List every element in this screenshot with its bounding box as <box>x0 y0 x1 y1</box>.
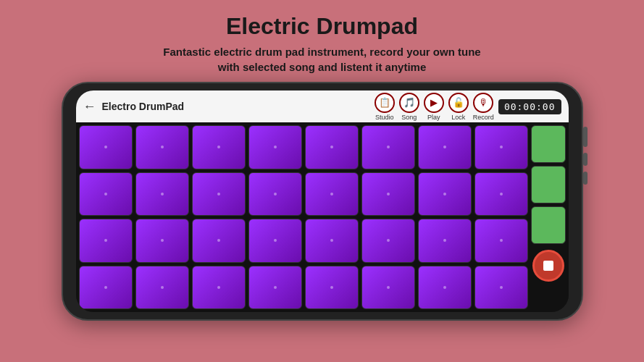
subtitle-line1: Fantastic electric drum pad instrument, … <box>163 46 480 58</box>
pad-1-3[interactable] <box>192 125 246 169</box>
top-bar-left: ← Electro DrumPad <box>83 99 185 114</box>
pad-1-6[interactable] <box>361 125 415 169</box>
pad-2-3[interactable] <box>192 172 246 216</box>
record-icon[interactable]: 🎙 <box>473 93 493 113</box>
side-pads-col <box>531 125 566 309</box>
song-icon[interactable]: 🎵 <box>399 93 419 113</box>
pad-2-7[interactable] <box>418 172 472 216</box>
side-button-3 <box>583 172 587 185</box>
pad-3-3[interactable] <box>192 219 246 263</box>
stop-icon <box>543 261 553 271</box>
record-label: Record <box>473 114 494 121</box>
pad-4-8[interactable] <box>474 266 528 310</box>
pad-3-6[interactable] <box>361 219 415 263</box>
subtitle: Fantastic electric drum pad instrument, … <box>29 44 615 75</box>
green-pad-1[interactable] <box>531 125 566 163</box>
pad-2-6[interactable] <box>361 172 415 216</box>
pad-1-4[interactable] <box>248 125 302 169</box>
main-title: Electric Drumpad <box>29 13 615 40</box>
lock-icon-group[interactable]: 🔓 Lock <box>448 93 469 121</box>
phone-frame: ← Electro DrumPad 📋 Studio 🎵 Song ▶ Play… <box>62 82 583 321</box>
pad-grid <box>79 125 528 309</box>
pad-2-8[interactable] <box>474 172 528 216</box>
record-icon-group[interactable]: 🎙 Record <box>473 93 494 121</box>
timer-display: 00:00:00 <box>498 99 561 114</box>
back-button[interactable]: ← <box>83 99 96 114</box>
stop-button[interactable] <box>532 250 564 282</box>
pad-1-7[interactable] <box>418 125 472 169</box>
pad-4-1[interactable] <box>79 266 133 310</box>
studio-icon-group[interactable]: 📋 Studio <box>375 93 395 121</box>
pad-2-5[interactable] <box>305 172 359 216</box>
lock-label: Lock <box>451 114 465 121</box>
song-label: Song <box>401 114 417 121</box>
pad-4-2[interactable] <box>135 266 189 310</box>
studio-icon[interactable]: 📋 <box>375 93 395 113</box>
studio-label: Studio <box>375 114 394 121</box>
lock-icon[interactable]: 🔓 <box>448 93 469 113</box>
app-name-label: Electro DrumPad <box>102 101 185 112</box>
toolbar-icons: 📋 Studio 🎵 Song ▶ Play 🔓 Lock 🎙 Re <box>375 93 561 121</box>
green-pad-2[interactable] <box>531 166 566 203</box>
pad-4-7[interactable] <box>418 266 472 310</box>
pad-4-4[interactable] <box>248 266 302 310</box>
pad-4-3[interactable] <box>192 266 246 310</box>
drum-area <box>76 122 569 312</box>
subtitle-line2: with selected song and listent it anytim… <box>218 61 427 73</box>
pad-2-4[interactable] <box>248 172 302 216</box>
pad-3-5[interactable] <box>305 219 359 263</box>
pad-3-2[interactable] <box>135 219 189 263</box>
play-icon-group[interactable]: ▶ Play <box>424 93 444 121</box>
side-button-2 <box>583 153 587 166</box>
phone-side-buttons <box>583 127 587 185</box>
pad-3-4[interactable] <box>248 219 302 263</box>
pad-1-5[interactable] <box>305 125 359 169</box>
play-icon[interactable]: ▶ <box>424 93 444 113</box>
pad-3-8[interactable] <box>474 219 528 263</box>
play-label: Play <box>427 114 440 121</box>
pad-3-1[interactable] <box>79 219 133 263</box>
header-section: Electric Drumpad Fantastic electric drum… <box>0 0 644 82</box>
app-screen: ← Electro DrumPad 📋 Studio 🎵 Song ▶ Play… <box>76 90 569 312</box>
pad-1-8[interactable] <box>474 125 528 169</box>
pad-1-1[interactable] <box>79 125 133 169</box>
top-bar: ← Electro DrumPad 📋 Studio 🎵 Song ▶ Play… <box>76 90 569 122</box>
green-pad-3[interactable] <box>531 206 566 244</box>
pad-4-5[interactable] <box>305 266 359 310</box>
pad-1-2[interactable] <box>135 125 189 169</box>
pad-2-2[interactable] <box>135 172 189 216</box>
side-button-1 <box>583 127 587 147</box>
pad-3-7[interactable] <box>418 219 472 263</box>
pad-2-1[interactable] <box>79 172 133 216</box>
song-icon-group[interactable]: 🎵 Song <box>399 93 419 121</box>
pad-4-6[interactable] <box>361 266 415 310</box>
